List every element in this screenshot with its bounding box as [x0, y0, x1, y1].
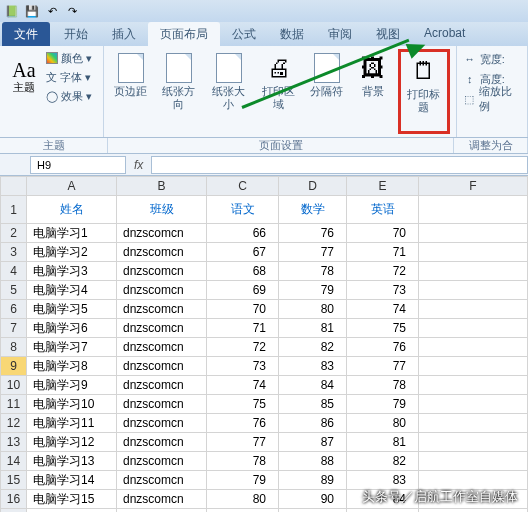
cell[interactable]	[419, 281, 528, 300]
cell[interactable]: 电脑学习1	[27, 224, 117, 243]
col-F[interactable]: F	[419, 177, 528, 196]
cell[interactable]: dnzscomcn	[117, 471, 207, 490]
print-titles-button[interactable]: 🗒打印标题	[398, 49, 450, 134]
cell[interactable]: 69	[207, 281, 279, 300]
grid[interactable]: A B C D E F 1 姓名 班级 语文 数学 英语 2 电脑学习1 dnz…	[0, 176, 528, 512]
cell[interactable]: 电脑学习13	[27, 452, 117, 471]
cell[interactable]: 78	[347, 376, 419, 395]
fx-icon[interactable]: fx	[134, 158, 143, 172]
cell[interactable]: 85	[279, 395, 347, 414]
cell[interactable]	[419, 196, 528, 224]
tab-file[interactable]: 文件	[2, 22, 50, 46]
cell[interactable]: 76	[347, 338, 419, 357]
tab-data[interactable]: 数据	[268, 22, 316, 46]
theme-fonts[interactable]: 文字体▾	[46, 68, 92, 86]
cell[interactable]: 72	[347, 262, 419, 281]
cell[interactable]: 电脑学习9	[27, 376, 117, 395]
cell[interactable]: 80	[279, 300, 347, 319]
cell[interactable]: 电脑学习6	[27, 319, 117, 338]
cell[interactable]	[419, 471, 528, 490]
cell[interactable]: 78	[207, 452, 279, 471]
cell[interactable]: 89	[279, 471, 347, 490]
cell[interactable]: 76	[279, 224, 347, 243]
cell[interactable]: 79	[207, 471, 279, 490]
cell[interactable]: dnzscomcn	[117, 243, 207, 262]
cell[interactable]	[419, 509, 528, 513]
cell[interactable]: dnzscomcn	[117, 433, 207, 452]
cell[interactable]: dnzscomcn	[117, 376, 207, 395]
cell[interactable]: 91	[279, 509, 347, 513]
cell[interactable]: 电脑学习8	[27, 357, 117, 376]
cell[interactable]: dnzscomcn	[117, 490, 207, 509]
cell[interactable]: dnzscomcn	[117, 224, 207, 243]
cell[interactable]: dnzscomcn	[117, 262, 207, 281]
cell[interactable]	[419, 414, 528, 433]
cell[interactable]: 电脑学习16	[27, 509, 117, 513]
col-C[interactable]: C	[207, 177, 279, 196]
size-button[interactable]: 纸张大小	[206, 49, 252, 134]
cell[interactable]: 83	[279, 357, 347, 376]
cell[interactable]: 71	[347, 243, 419, 262]
cell[interactable]: 90	[279, 490, 347, 509]
cell[interactable]: 75	[347, 319, 419, 338]
cell[interactable]: 77	[347, 357, 419, 376]
cell[interactable]: 84	[279, 376, 347, 395]
cell[interactable]: 数学	[279, 196, 347, 224]
cell[interactable]: 70	[207, 300, 279, 319]
cell[interactable]: 78	[279, 262, 347, 281]
row-header[interactable]: 17	[1, 509, 27, 513]
cell[interactable]: 85	[347, 509, 419, 513]
cell[interactable]	[419, 243, 528, 262]
row-header[interactable]: 3	[1, 243, 27, 262]
theme-colors[interactable]: 颜色▾	[46, 49, 92, 67]
cell[interactable]: dnzscomcn	[117, 300, 207, 319]
cell[interactable]: 71	[207, 319, 279, 338]
tab-formulas[interactable]: 公式	[220, 22, 268, 46]
row-header[interactable]: 12	[1, 414, 27, 433]
undo-icon[interactable]: ↶	[44, 3, 60, 19]
themes-button[interactable]: Aa 主题	[6, 56, 42, 98]
cell[interactable]: dnzscomcn	[117, 509, 207, 513]
cell[interactable]: 电脑学习15	[27, 490, 117, 509]
cell[interactable]: 82	[279, 338, 347, 357]
cell[interactable]: dnzscomcn	[117, 319, 207, 338]
cell[interactable]: 电脑学习4	[27, 281, 117, 300]
margins-button[interactable]: 页边距	[110, 49, 152, 134]
row-header[interactable]: 10	[1, 376, 27, 395]
scale-width[interactable]: ↔宽度:	[463, 49, 521, 69]
cell[interactable]	[419, 319, 528, 338]
cell[interactable]: 79	[279, 281, 347, 300]
name-box[interactable]: H9	[30, 156, 126, 174]
tab-review[interactable]: 审阅	[316, 22, 364, 46]
cell[interactable]: 72	[207, 338, 279, 357]
cell[interactable]: 76	[207, 414, 279, 433]
cell[interactable]: 英语	[347, 196, 419, 224]
cell[interactable]: 81	[207, 509, 279, 513]
cell[interactable]: 79	[347, 395, 419, 414]
row-header[interactable]: 16	[1, 490, 27, 509]
col-A[interactable]: A	[27, 177, 117, 196]
redo-icon[interactable]: ↷	[64, 3, 80, 19]
row-header[interactable]: 7	[1, 319, 27, 338]
cell[interactable]: 电脑学习12	[27, 433, 117, 452]
cell[interactable]: 电脑学习7	[27, 338, 117, 357]
cell[interactable]: dnzscomcn	[117, 452, 207, 471]
row-header[interactable]: 15	[1, 471, 27, 490]
cell[interactable]: dnzscomcn	[117, 414, 207, 433]
cell[interactable]	[419, 452, 528, 471]
cell[interactable]: 70	[347, 224, 419, 243]
col-E[interactable]: E	[347, 177, 419, 196]
cell[interactable]	[419, 262, 528, 281]
cell[interactable]: 81	[279, 319, 347, 338]
cell[interactable]	[419, 338, 528, 357]
cell[interactable]: 80	[347, 414, 419, 433]
select-all[interactable]	[1, 177, 27, 196]
orientation-button[interactable]: 纸张方向	[156, 49, 202, 134]
row-header[interactable]: 13	[1, 433, 27, 452]
formula-bar[interactable]	[151, 156, 528, 174]
cell[interactable]: 74	[207, 376, 279, 395]
row-header[interactable]: 14	[1, 452, 27, 471]
cell[interactable]	[419, 376, 528, 395]
cell[interactable]: 82	[347, 452, 419, 471]
cell[interactable]: dnzscomcn	[117, 395, 207, 414]
